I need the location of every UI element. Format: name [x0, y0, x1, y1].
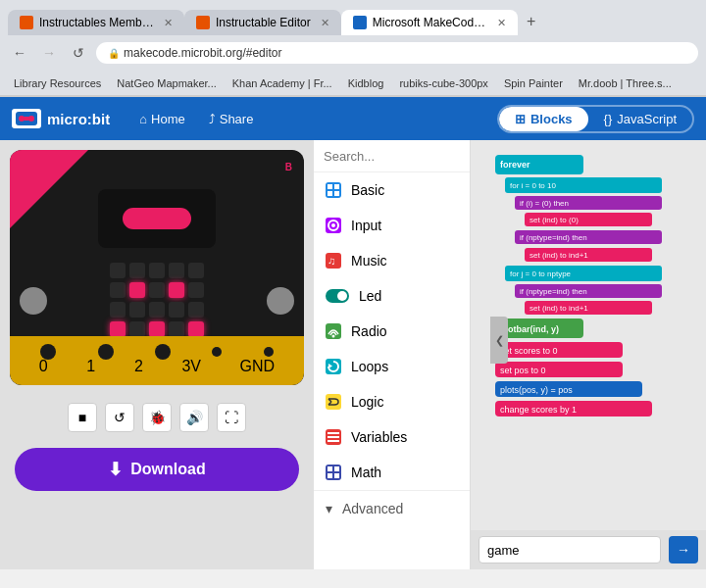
tab-makecode[interactable]: Microsoft MakeCode for micro b... ✕ [341, 10, 518, 35]
home-icon: ⌂ [139, 112, 147, 126]
code-search-input[interactable] [479, 536, 661, 564]
tab-instructables-member[interactable]: Instructables Member : moha... ✕ [8, 10, 184, 35]
svg-marker-12 [328, 364, 332, 368]
bookmark-library[interactable]: Library Resources [8, 75, 107, 91]
bookmark-rubiks[interactable]: rubiks-cube-300px [393, 75, 494, 91]
home-label: Home [151, 112, 185, 126]
led-7 [149, 282, 165, 298]
tab-instructable-editor[interactable]: Instructable Editor ✕ [184, 10, 341, 35]
download-button[interactable]: ⬇ Download [15, 448, 299, 491]
led-0 [110, 263, 126, 278]
share-label: Share [220, 112, 254, 126]
svg-rect-19 [334, 473, 339, 478]
input-icon [326, 218, 341, 233]
category-radio[interactable]: Radio [314, 314, 470, 349]
led-18 [169, 321, 184, 337]
led-label: Led [359, 288, 381, 304]
led-13 [169, 302, 184, 318]
svg-text:for i = 0 to 10: for i = 0 to 10 [510, 181, 556, 190]
code-search-button[interactable]: → [669, 536, 698, 564]
led-16 [129, 321, 145, 337]
svg-text:if (nptype=ind) then: if (nptype=ind) then [520, 287, 587, 296]
loops-icon [326, 359, 341, 374]
bookmark-mrdoob[interactable]: Mr.doob | Three.s... [573, 75, 678, 91]
category-basic[interactable]: Basic [314, 172, 470, 208]
svg-text:set scores to 0: set scores to 0 [500, 346, 558, 356]
device-decoration-triangle [10, 150, 88, 228]
device-screen-oval [123, 208, 191, 229]
category-logic[interactable]: Logic [314, 384, 470, 419]
device-screen [98, 189, 216, 248]
new-tab-button[interactable]: + [518, 8, 545, 35]
back-button[interactable]: ← [8, 41, 31, 65]
svg-rect-14 [328, 436, 339, 438]
bookmark-kidblog[interactable]: Kidblog [342, 75, 390, 91]
advanced-category[interactable]: ▾ Advanced [314, 490, 470, 526]
browser-chrome: Instructables Member : moha... ✕ Instruc… [0, 0, 706, 97]
basic-label: Basic [351, 182, 384, 198]
bookmark-spin[interactable]: Spin Painter [498, 75, 569, 91]
svg-rect-6 [328, 191, 332, 196]
button-a[interactable] [20, 287, 47, 315]
led-9 [188, 282, 204, 298]
tab-title-3: Microsoft MakeCode for micro b... [373, 16, 487, 29]
fullscreen-button[interactable]: ⛶ [217, 403, 246, 432]
tab-close-3[interactable]: ✕ [497, 17, 506, 29]
svg-text:set (ind) to (0): set (ind) to (0) [530, 216, 579, 224]
collapse-panel-button[interactable]: ❮ [490, 317, 508, 364]
forward-button[interactable]: → [37, 41, 61, 65]
js-label: JavaScript [617, 112, 677, 126]
blocks-panel: 🔍 Basic Input ♫ Music [314, 140, 471, 569]
bookmark-natgeo[interactable]: NatGeo Mapmaker... [111, 75, 223, 91]
stop-button[interactable]: ■ [68, 403, 97, 432]
variables-icon [326, 429, 341, 445]
app: micro:bit ⌂ Home ⤴ Share ⊞ Blocks {} Jav… [0, 97, 706, 569]
search-bar: 🔍 [314, 140, 470, 172]
button-b[interactable] [267, 287, 294, 315]
blocks-toggle[interactable]: ⊞ Blocks [499, 107, 588, 131]
url-bar[interactable]: 🔒 makecode.microbit.org/#editor [96, 42, 698, 64]
simulator-panel: B 0 1 2 3V GND [0, 140, 314, 569]
javascript-toggle[interactable]: {} JavaScript [588, 107, 692, 131]
js-icon: {} [604, 112, 613, 126]
led-8 [169, 282, 184, 298]
led-14 [188, 302, 204, 318]
category-math[interactable]: Math [314, 455, 470, 490]
category-variables[interactable]: Variables [314, 419, 470, 455]
tab-close-2[interactable]: ✕ [321, 17, 329, 29]
svg-rect-13 [328, 432, 339, 434]
tab-close-1[interactable]: ✕ [164, 17, 173, 29]
pin-hole-3v [212, 347, 222, 357]
led-4 [188, 263, 204, 278]
category-led[interactable]: Led [314, 278, 470, 314]
share-nav-button[interactable]: ⤴ Share [199, 108, 264, 130]
restart-button[interactable]: ↺ [105, 403, 134, 432]
microbit-device: B 0 1 2 3V GND [10, 150, 304, 385]
search-submit-icon: → [677, 542, 690, 558]
url-text: makecode.microbit.org/#editor [124, 46, 281, 60]
pin-labels: 0 1 2 3V GND [20, 358, 294, 375]
svg-text:set (ind) to ind+1: set (ind) to ind+1 [530, 304, 588, 313]
category-music[interactable]: ♫ Music [314, 243, 470, 278]
code-blocks-svg: forever for i = 0 to 10 if (i) = (0) the… [490, 150, 681, 513]
svg-rect-3 [24, 117, 29, 121]
svg-rect-18 [328, 473, 332, 478]
share-icon: ⤴ [209, 112, 216, 126]
category-loops[interactable]: Loops [314, 349, 470, 384]
home-nav-button[interactable]: ⌂ Home [129, 108, 195, 130]
view-toggle: ⊞ Blocks {} JavaScript [497, 105, 694, 133]
blocks-icon: ⊞ [515, 112, 526, 126]
debug-button[interactable]: 🐞 [142, 403, 172, 432]
category-input[interactable]: Input [314, 208, 470, 243]
svg-point-9 [331, 223, 335, 227]
pin-label-1: 1 [86, 358, 95, 375]
svg-text:♫: ♫ [328, 255, 335, 267]
refresh-button[interactable]: ↺ [67, 41, 90, 65]
svg-text:if (i) = (0) then: if (i) = (0) then [520, 199, 569, 208]
download-label: Download [130, 461, 205, 478]
basic-icon [326, 182, 341, 198]
volume-button[interactable]: 🔊 [179, 403, 209, 432]
bookmark-khan[interactable]: Khan Academy | Fr... [227, 75, 338, 91]
blocks-search-input[interactable] [324, 149, 471, 164]
logic-icon [326, 394, 341, 410]
